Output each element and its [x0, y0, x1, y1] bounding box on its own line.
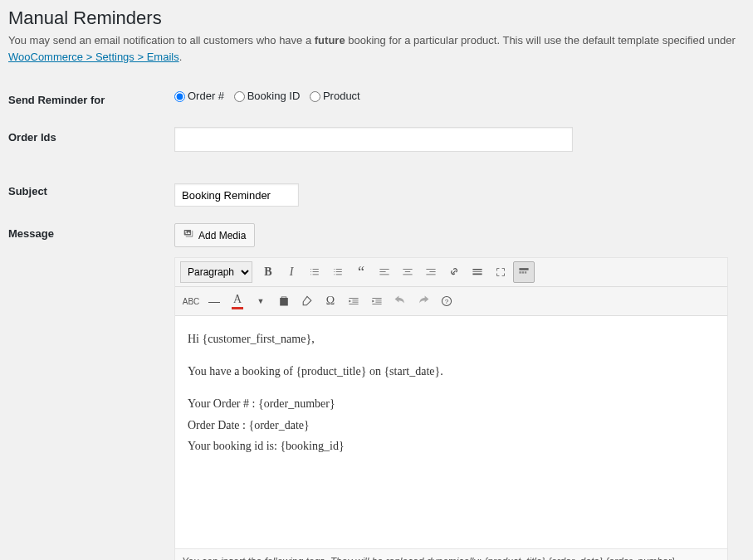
add-media-label: Add Media: [198, 230, 246, 241]
redo-button[interactable]: [413, 290, 434, 312]
editor-content-area[interactable]: Hi {customer_first_name}, You have a boo…: [175, 316, 727, 548]
svg-rect-1: [519, 271, 521, 273]
editor-wrapper: Paragraph B I “ ABC — A: [174, 257, 728, 549]
settings-link[interactable]: WooCommerce > Settings > Emails: [8, 51, 179, 63]
order-ids-label: Order Ids: [0, 119, 166, 160]
paste-text-button[interactable]: [273, 290, 295, 312]
page-title: Manual Reminders: [8, 0, 736, 32]
radio-order-label[interactable]: Order #: [174, 90, 224, 102]
number-list-button[interactable]: [327, 261, 349, 283]
svg-rect-3: [525, 271, 526, 273]
subject-input[interactable]: [174, 183, 299, 207]
editor-line: Your Order # : {order_number} Order Date…: [188, 393, 715, 456]
reminder-for-radio-group: Order # Booking ID Product: [174, 90, 728, 102]
svg-text:?: ?: [445, 298, 449, 305]
radio-booking-label[interactable]: Booking ID: [234, 90, 301, 102]
align-right-button[interactable]: [420, 261, 442, 283]
undo-button[interactable]: [389, 290, 411, 312]
radio-product[interactable]: [310, 91, 320, 102]
editor-toolbar-row1: Paragraph B I “: [175, 258, 727, 287]
media-icon: [183, 228, 195, 242]
fullscreen-button[interactable]: [490, 261, 511, 283]
tags-note: You can insert the following tags. They …: [174, 549, 728, 560]
link-button[interactable]: [443, 261, 465, 283]
editor-line: Hi {customer_first_name},: [188, 329, 715, 349]
subject-label: Subject: [0, 160, 166, 215]
text-color-button[interactable]: A: [227, 290, 248, 312]
format-select[interactable]: Paragraph: [180, 261, 252, 283]
strikethrough-button[interactable]: ABC: [180, 290, 202, 312]
align-center-button[interactable]: [397, 261, 418, 283]
special-char-button[interactable]: Ω: [320, 290, 341, 312]
bold-button[interactable]: B: [257, 261, 279, 283]
indent-button[interactable]: [366, 290, 388, 312]
help-button[interactable]: ?: [436, 290, 457, 312]
bullet-list-button[interactable]: [304, 261, 325, 283]
reminder-for-label: Send Reminder for: [0, 81, 166, 119]
radio-order[interactable]: [174, 91, 185, 102]
radio-booking[interactable]: [234, 91, 245, 102]
add-media-button[interactable]: Add Media: [174, 223, 255, 247]
message-label: Message: [0, 215, 166, 560]
blockquote-button[interactable]: “: [350, 261, 372, 283]
align-left-button[interactable]: [374, 261, 395, 283]
editor-line: You have a booking of {product_title} on…: [188, 361, 715, 382]
radio-product-label[interactable]: Product: [310, 90, 360, 102]
toolbar-toggle-button[interactable]: [513, 261, 535, 283]
readmore-button[interactable]: [467, 261, 488, 283]
svg-rect-2: [522, 271, 524, 273]
page-description: You may send an email notification to al…: [8, 32, 736, 65]
editor-toolbar-row2: ABC — A ▼ Ω ?: [175, 287, 727, 316]
clear-formatting-button[interactable]: [296, 290, 318, 312]
svg-rect-0: [519, 268, 528, 270]
italic-button[interactable]: I: [281, 261, 302, 283]
order-ids-input[interactable]: [174, 127, 573, 152]
outdent-button[interactable]: [343, 290, 364, 312]
text-color-dropdown[interactable]: ▼: [250, 290, 271, 312]
hr-button[interactable]: —: [203, 290, 225, 312]
